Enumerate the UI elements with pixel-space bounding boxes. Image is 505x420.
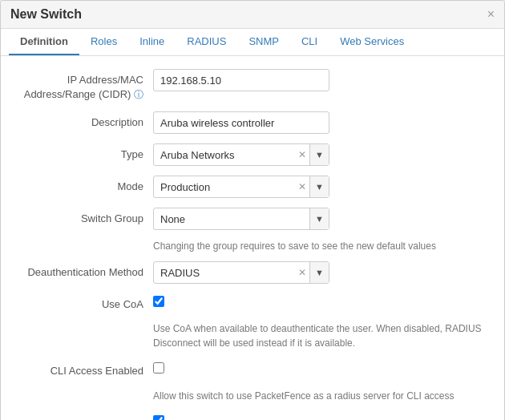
mode-label: Mode bbox=[17, 176, 153, 194]
use-coa-field-wrapper bbox=[153, 293, 329, 307]
ip-address-row: IP Address/MACAddress/Range (CIDR) ⓘ bbox=[17, 69, 488, 102]
external-portal-field-wrapper bbox=[153, 413, 329, 420]
type-select[interactable]: Aruba Networks ✕ ▼ bbox=[153, 143, 329, 166]
description-label: Description bbox=[17, 111, 153, 130]
ip-address-label: IP Address/MACAddress/Range (CIDR) ⓘ bbox=[17, 69, 153, 102]
tabs-bar: Definition Roles Inline RADIUS SNMP CLI … bbox=[1, 29, 504, 56]
tab-definition[interactable]: Definition bbox=[9, 29, 79, 55]
type-label: Type bbox=[17, 143, 153, 162]
form-body: IP Address/MACAddress/Range (CIDR) ⓘ Des… bbox=[1, 56, 504, 420]
deauth-method-select[interactable]: RADIUS ✕ ▼ bbox=[153, 261, 329, 284]
deauth-method-row: Deauthentication Method RADIUS ✕ ▼ bbox=[17, 261, 488, 284]
cli-access-checkbox[interactable] bbox=[153, 362, 164, 374]
tab-snmp[interactable]: SNMP bbox=[237, 29, 290, 55]
use-coa-checkbox[interactable] bbox=[153, 296, 164, 307]
deauth-method-label: Deauthentication Method bbox=[17, 261, 153, 280]
cli-access-label: CLI Access Enabled bbox=[17, 360, 153, 378]
ip-address-field-wrapper bbox=[153, 69, 329, 91]
switch-group-select[interactable]: None ▼ bbox=[153, 208, 329, 230]
switch-group-field-wrapper: None ▼ bbox=[153, 208, 329, 230]
use-coa-help: Use CoA when available to deauthenticate… bbox=[153, 321, 488, 350]
deauth-method-select-value: RADIUS bbox=[154, 264, 295, 282]
use-coa-row: Use CoA bbox=[17, 293, 488, 312]
cli-access-row: CLI Access Enabled bbox=[17, 360, 488, 378]
type-clear-icon[interactable]: ✕ bbox=[295, 149, 309, 160]
tab-inline[interactable]: Inline bbox=[128, 29, 176, 55]
type-select-value: Aruba Networks bbox=[154, 146, 295, 164]
deauth-clear-icon[interactable]: ✕ bbox=[295, 267, 309, 278]
cli-access-field-wrapper bbox=[153, 360, 329, 374]
use-coa-label: Use CoA bbox=[17, 293, 153, 312]
deauth-arrow-icon[interactable]: ▼ bbox=[309, 262, 329, 283]
mode-arrow-icon[interactable]: ▼ bbox=[309, 176, 329, 197]
ip-info-icon: ⓘ bbox=[134, 89, 143, 100]
type-arrow-icon[interactable]: ▼ bbox=[309, 144, 329, 165]
ip-address-input[interactable] bbox=[153, 69, 329, 91]
deauth-method-field-wrapper: RADIUS ✕ ▼ bbox=[153, 261, 329, 284]
switch-group-helper: Changing the group requires to save to s… bbox=[153, 240, 488, 253]
mode-select-value: Production bbox=[154, 178, 295, 196]
description-input[interactable] bbox=[153, 111, 329, 134]
tab-webservices[interactable]: Web Services bbox=[329, 29, 415, 55]
tab-cli[interactable]: CLI bbox=[290, 29, 329, 55]
new-switch-dialog: New Switch × Definition Roles Inline RAD… bbox=[0, 0, 505, 420]
switch-group-row: Switch Group None ▼ bbox=[17, 208, 488, 230]
tab-radius[interactable]: RADIUS bbox=[176, 29, 237, 55]
mode-row: Mode Production ✕ ▼ bbox=[17, 176, 488, 198]
dialog-close-x-button[interactable]: × bbox=[487, 8, 495, 21]
switch-group-label: Switch Group bbox=[17, 208, 153, 226]
external-portal-label: External PortalEnforcement bbox=[17, 413, 153, 420]
dialog-title: New Switch bbox=[10, 7, 82, 22]
tab-roles[interactable]: Roles bbox=[79, 29, 128, 55]
mode-field-wrapper: Production ✕ ▼ bbox=[153, 176, 329, 198]
mode-clear-icon[interactable]: ✕ bbox=[295, 181, 309, 192]
description-field-wrapper bbox=[153, 111, 329, 134]
switch-group-arrow-icon[interactable]: ▼ bbox=[309, 208, 329, 229]
switch-group-select-value: None bbox=[154, 210, 309, 228]
external-portal-checkbox[interactable] bbox=[153, 415, 164, 420]
dialog-header: New Switch × bbox=[1, 1, 504, 29]
external-portal-row: External PortalEnforcement bbox=[17, 413, 488, 420]
type-field-wrapper: Aruba Networks ✕ ▼ bbox=[153, 143, 329, 166]
mode-select[interactable]: Production ✕ ▼ bbox=[153, 176, 329, 198]
type-row: Type Aruba Networks ✕ ▼ bbox=[17, 143, 488, 166]
description-row: Description bbox=[17, 111, 488, 134]
cli-access-help: Allow this switch to use PacketFence as … bbox=[153, 389, 488, 403]
